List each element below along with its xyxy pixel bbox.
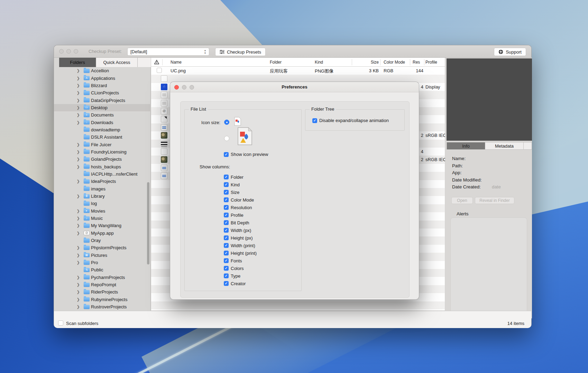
column-checkbox-row[interactable]: Colors [224,264,257,272]
chevron-right-icon[interactable]: ❯ [76,165,80,169]
folder-tree-item[interactable]: ❯ ≡ Documents [54,111,151,119]
folder-tree-item[interactable]: ❯ RubymineProjects [54,296,151,303]
chevron-right-icon[interactable]: ❯ [76,142,80,147]
column-checkbox-row[interactable]: Kind [224,181,257,188]
chevron-right-icon[interactable]: ❯ [76,105,80,110]
minimize-window-button[interactable] [66,49,71,54]
column-checkbox[interactable] [224,228,229,233]
column-checkbox-row[interactable]: Creator [224,280,257,287]
folder-tree-item[interactable]: ❯ downloadtemp [54,126,151,133]
column-checkbox[interactable] [224,243,229,248]
chevron-right-icon[interactable]: ❯ [76,282,80,287]
tab-folders[interactable]: Folders [59,58,96,67]
scan-subfolders-checkbox[interactable] [58,320,63,326]
folder-tree-item[interactable]: ❯ File Juicer [54,141,151,148]
column-checkbox-row[interactable]: Width (print) [224,242,257,249]
folder-tree-item[interactable]: ❯ ▭ Desktop [54,104,151,111]
col-header-profile[interactable]: Profile [425,60,437,65]
folder-tree-item[interactable]: ❯ Pro [54,259,151,266]
chevron-right-icon[interactable]: ❯ [76,305,80,309]
col-header-size[interactable]: Size [355,60,379,65]
sidebar-scrollbar[interactable] [147,182,149,264]
column-checkbox-row[interactable]: Profile [224,211,257,219]
chevron-right-icon[interactable]: ❯ [76,91,80,95]
chevron-right-icon[interactable]: ❯ [76,98,80,103]
folder-tree-item[interactable]: ❯ PycharmProjects [54,274,151,281]
folder-tree-item[interactable]: ❯ IACPLHttp...nsferClient [54,170,151,178]
folder-tree-item[interactable]: ❯ RepoPrompt [54,281,151,288]
column-checkbox-row[interactable]: Fonts [224,257,257,264]
chevron-right-icon[interactable]: ❯ [76,157,80,161]
chevron-right-icon[interactable]: ❯ [76,113,80,117]
support-button[interactable]: Support [494,48,526,56]
folder-tree-item[interactable]: ❯ IdeaProjects [54,178,151,185]
close-window-button[interactable] [59,49,64,54]
folder-tree-item[interactable]: ❯ ⇅ Public [54,266,151,273]
chevron-right-icon[interactable]: ❯ [76,216,80,221]
icon-size-small-radio[interactable] [224,120,229,125]
chevron-right-icon[interactable]: ❯ [76,253,80,258]
chevron-right-icon[interactable]: ❯ [76,83,80,88]
chevron-right-icon[interactable]: ❯ [76,179,80,184]
chevron-right-icon[interactable]: ❯ [76,231,80,235]
zoom-window-button[interactable] [74,49,78,54]
folder-tree-item[interactable]: ❯ ▸ Movies [54,207,151,215]
column-checkbox[interactable] [224,175,229,179]
chevron-right-icon[interactable]: ❯ [76,76,80,81]
chevron-right-icon[interactable]: ❯ [76,150,80,154]
folder-tree-item[interactable]: ❯ FoundryLicensing [54,148,151,156]
folder-tree-item[interactable]: ❯ images [54,185,151,193]
folder-tree-item[interactable]: ❯ RiderProjects [54,288,151,296]
column-checkbox[interactable] [224,213,229,217]
column-checkbox[interactable] [224,190,229,195]
icon-size-large-radio[interactable] [224,136,229,141]
chevron-right-icon[interactable]: ❯ [76,223,80,228]
col-header-folder[interactable]: Folder [270,60,282,65]
column-checkbox-row[interactable]: Bit Depth [224,219,257,226]
row-checkbox[interactable] [157,68,162,73]
checkup-presets-button[interactable]: Checkup Presets [215,48,266,56]
col-header-res[interactable]: Res [413,60,420,65]
chevron-right-icon[interactable]: ❯ [76,260,80,265]
disable-animation-checkbox[interactable] [312,118,317,123]
column-checkbox-row[interactable]: Size [224,188,257,196]
column-checkbox[interactable] [224,273,229,278]
column-checkbox[interactable] [224,281,229,286]
folder-tree-item[interactable]: ❯ DSLR Assistant [54,133,151,141]
folder-tree-item[interactable]: ❯ PhpstormProjects [54,244,151,251]
col-header-colormode[interactable]: Color Mode [384,60,405,65]
column-checkbox-row[interactable]: Height (print) [224,249,257,257]
folder-tree-item[interactable]: ❯ Accellion [54,67,151,74]
folder-tree-item[interactable]: ❯ Blizzard [54,82,151,89]
open-button[interactable]: Open [451,197,473,204]
tab-info[interactable]: Info [447,142,485,150]
folder-tree-item[interactable]: ❯ ♪ Music [54,215,151,222]
folder-tree-item[interactable]: ❯ GolandProjects [54,156,151,163]
folder-tree-item[interactable]: ❯ hosts_backups [54,163,151,170]
chevron-right-icon[interactable]: ❯ [76,120,80,125]
folder-tree-item[interactable]: ❯ DataGripProjects [54,96,151,104]
chevron-right-icon[interactable]: ❯ [76,194,80,198]
column-checkbox[interactable] [224,251,229,255]
col-header-kind[interactable]: Kind [315,60,323,65]
column-checkbox[interactable] [224,197,229,202]
file-row[interactable]: UC.png 应用玩客 PNG图像 3 KB RGB 144 [151,67,445,75]
column-checkbox[interactable] [224,258,229,263]
folder-tree-item[interactable]: ❯ log [54,200,151,207]
folder-tree-item[interactable]: ❯ RustroverProjects [54,303,151,310]
alert-column-icon[interactable] [154,60,159,64]
folder-tree-item[interactable]: ❯ ▦ Pictures [54,252,151,259]
folder-tree-item[interactable]: ❯ ↓ Downloads [54,119,151,126]
tab-metadata[interactable]: Metadata [485,142,524,150]
chevron-right-icon[interactable]: ❯ [76,275,80,280]
folder-tree-item[interactable]: ❯ Oray [54,237,151,244]
column-checkbox[interactable] [224,205,229,210]
tab-quick-access[interactable]: Quick Access [96,58,138,67]
checkup-preset-select[interactable]: [Default] ▲▼ [127,48,209,56]
column-checkbox[interactable] [224,220,229,225]
column-checkbox[interactable] [224,235,229,240]
column-checkbox-row[interactable]: Height (px) [224,234,257,242]
chevron-right-icon[interactable]: ❯ [76,297,80,302]
show-icon-preview-checkbox[interactable] [224,152,229,157]
folder-tree-item[interactable]: ❯ My WangWang [54,222,151,229]
